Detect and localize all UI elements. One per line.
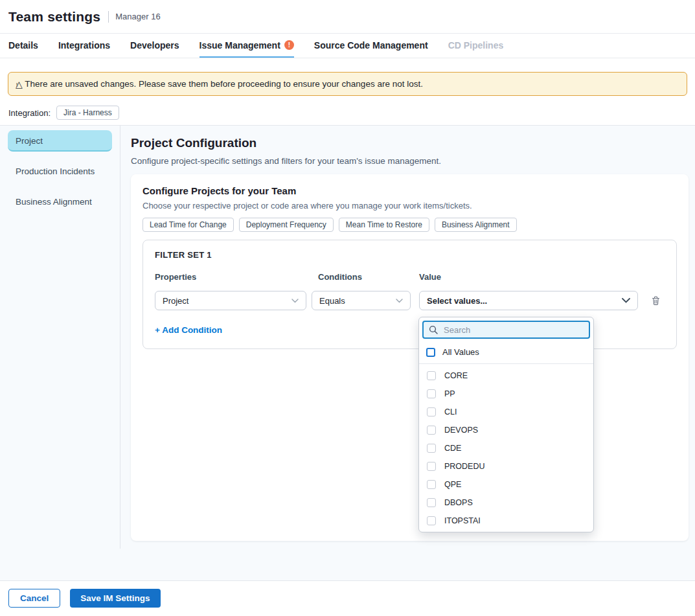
option-cli[interactable]: CLI — [419, 403, 593, 421]
tab-issue-management[interactable]: Issue Management ! — [199, 34, 294, 58]
option-devops[interactable]: DEVOPS — [419, 421, 593, 439]
value-select-wrapper: Select values... All Values — [419, 291, 638, 310]
trash-icon — [651, 295, 661, 306]
chevron-down-icon — [291, 299, 299, 303]
section-title: Project Configuration — [131, 136, 689, 150]
delete-condition-button[interactable] — [651, 295, 661, 306]
integration-chip[interactable]: Jira - Harness — [56, 106, 119, 120]
chip-business-alignment[interactable]: Business Alignment — [435, 218, 517, 232]
save-im-settings-button[interactable]: Save IM Settings — [70, 589, 160, 608]
main-panel: Project Configuration Configure project-… — [120, 126, 695, 549]
option-prodedu[interactable]: PRODEDU — [419, 457, 593, 475]
content-area: Project Production Incidents Business Al… — [0, 125, 695, 549]
card-description: Choose your respective project or code a… — [142, 201, 677, 211]
value-column-header: Value — [419, 272, 441, 282]
footer-actions: Cancel Save IM Settings — [0, 580, 695, 615]
unsaved-changes-badge-icon: ! — [284, 40, 294, 50]
filter-set-1: FILTER SET 1 Properties Conditions Value… — [142, 240, 677, 349]
sidebar-item-production-incidents[interactable]: Production Incidents — [8, 161, 112, 182]
option-dbops[interactable]: DBOPS — [419, 494, 593, 512]
checkbox[interactable] — [427, 389, 436, 398]
search-icon — [429, 325, 438, 334]
checkbox[interactable] — [427, 444, 436, 453]
tab-source-code-management[interactable]: Source Code Management — [314, 34, 428, 58]
tab-details[interactable]: Details — [8, 34, 38, 58]
bottom-strip — [0, 549, 695, 580]
chip-deployment-frequency[interactable]: Deployment Frequency — [239, 218, 334, 232]
tab-cd-pipelines: CD Pipelines — [448, 34, 504, 58]
checkbox[interactable] — [427, 407, 436, 416]
checkbox[interactable] — [427, 426, 436, 435]
option-itopstai[interactable]: ITOPSTAI — [419, 512, 593, 530]
chevron-down-icon — [396, 299, 403, 303]
metric-chips: Lead Time for Change Deployment Frequenc… — [142, 218, 677, 232]
conditions-select[interactable]: Equals — [312, 291, 411, 310]
all-values-checkbox[interactable] — [426, 348, 435, 357]
all-values-option[interactable]: All Values — [419, 342, 593, 364]
option-pp[interactable]: PP — [419, 385, 593, 403]
option-pipe[interactable]: PIPE — [419, 530, 593, 532]
option-qpe[interactable]: QPE — [419, 475, 593, 494]
card-title: Configure Projects for your Team — [142, 185, 677, 196]
value-dropdown-popup: All Values CORE PP CLI DEVOPS CDE PRODED… — [418, 317, 594, 532]
checkbox[interactable] — [427, 480, 436, 489]
tab-integrations[interactable]: Integrations — [58, 34, 110, 58]
warning-icon: △! — [16, 80, 24, 89]
all-values-label: All Values — [442, 347, 479, 357]
sidebar-item-business-alignment[interactable]: Business Alignment — [8, 191, 112, 212]
dropdown-search-input[interactable] — [442, 325, 584, 336]
conditions-column-header: Conditions — [312, 272, 419, 282]
checkbox[interactable] — [427, 371, 436, 380]
chip-lead-time-for-change[interactable]: Lead Time for Change — [142, 218, 234, 232]
page-title: Team settings — [8, 9, 100, 25]
chip-mean-time-to-restore[interactable]: Mean Time to Restore — [339, 218, 429, 232]
configure-projects-card: Configure Projects for your Team Choose … — [131, 174, 689, 541]
dropdown-search-box — [422, 321, 590, 339]
section-description: Configure project-specific settings and … — [131, 156, 689, 166]
tab-developers[interactable]: Developers — [130, 34, 179, 58]
page-subtitle: Manager 16 — [115, 12, 160, 21]
properties-column-header: Properties — [155, 272, 312, 282]
filter-set-title: FILTER SET 1 — [155, 250, 665, 260]
integration-label: Integration: — [8, 108, 51, 118]
properties-select[interactable]: Project — [155, 291, 306, 310]
unsaved-changes-alert: △! There are unsaved changes. Please sav… — [8, 72, 687, 96]
tab-bar: Details Integrations Developers Issue Ma… — [0, 34, 695, 58]
settings-sidebar: Project Production Incidents Business Al… — [0, 126, 120, 549]
title-separator — [108, 11, 109, 23]
cancel-button[interactable]: Cancel — [8, 589, 60, 608]
filter-condition-row: Project Equals Select values... — [155, 291, 665, 310]
chevron-down-icon — [622, 298, 630, 303]
sidebar-item-project[interactable]: Project — [8, 130, 112, 152]
option-cde[interactable]: CDE — [419, 439, 593, 457]
value-multiselect[interactable]: Select values... — [419, 291, 638, 310]
checkbox[interactable] — [427, 498, 436, 507]
integration-row: Integration: Jira - Harness — [8, 106, 687, 120]
page-header: Team settings Manager 16 — [0, 0, 695, 34]
option-core[interactable]: CORE — [419, 367, 593, 385]
filter-column-headers: Properties Conditions Value — [155, 272, 665, 282]
add-condition-link[interactable]: + Add Condition — [155, 325, 222, 335]
checkbox[interactable] — [427, 462, 436, 471]
checkbox[interactable] — [427, 516, 436, 525]
alert-text: There are unsaved changes. Please save t… — [25, 79, 423, 89]
dropdown-options-list: CORE PP CLI DEVOPS CDE PRODEDU QPE DBOPS… — [419, 364, 593, 532]
